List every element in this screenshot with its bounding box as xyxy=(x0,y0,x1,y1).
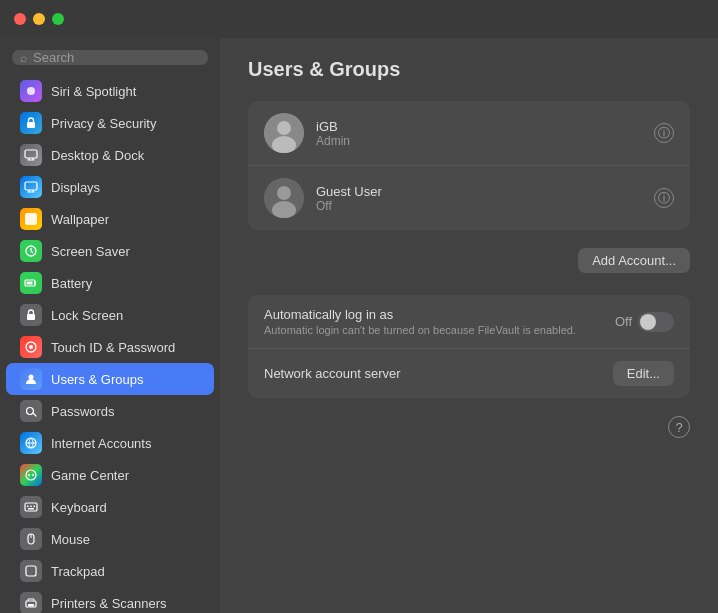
displays-icon xyxy=(20,176,42,198)
fullscreen-button[interactable] xyxy=(52,13,64,25)
info-button-guest[interactable]: ⓘ xyxy=(654,188,674,208)
sidebar-item-trackpad[interactable]: Trackpad xyxy=(6,555,214,587)
siri-icon xyxy=(20,80,42,102)
sidebar-label-internet: Internet Accounts xyxy=(51,436,151,451)
sidebar-item-screensaver[interactable]: Screen Saver xyxy=(6,235,214,267)
auto-login-control: Off xyxy=(615,312,674,332)
sidebar-item-passwords[interactable]: Passwords xyxy=(6,395,214,427)
user-name-igb: iGB xyxy=(316,119,642,134)
svg-rect-4 xyxy=(25,213,37,225)
sidebar-item-displays[interactable]: Displays xyxy=(6,171,214,203)
wallpaper-icon xyxy=(20,208,42,230)
sidebar-label-mouse: Mouse xyxy=(51,532,90,547)
trackpad-icon xyxy=(20,560,42,582)
auto-login-row: Automatically log in as Automatic login … xyxy=(248,295,690,349)
svg-point-14 xyxy=(26,470,36,480)
traffic-lights xyxy=(14,13,64,25)
network-account-label: Network account server xyxy=(264,366,601,381)
sidebar-item-keyboard[interactable]: Keyboard xyxy=(6,491,214,523)
screensaver-icon xyxy=(20,240,42,262)
sidebar-item-mouse[interactable]: Mouse xyxy=(6,523,214,555)
bottom-help: ? xyxy=(248,416,690,438)
sidebar-label-passwords: Passwords xyxy=(51,404,115,419)
privacy-icon xyxy=(20,112,42,134)
sidebar-item-touchid[interactable]: Touch ID & Password xyxy=(6,331,214,363)
sidebar: ⌕ Search Siri & Spotlight Privacy & Secu… xyxy=(0,38,220,613)
lockscreen-icon xyxy=(20,304,42,326)
svg-rect-1 xyxy=(27,122,35,128)
svg-rect-3 xyxy=(25,182,37,190)
svg-point-30 xyxy=(277,186,291,200)
main-layout: ⌕ Search Siri & Spotlight Privacy & Secu… xyxy=(0,38,718,613)
sidebar-item-users[interactable]: Users & Groups xyxy=(6,363,214,395)
svg-rect-20 xyxy=(34,506,36,508)
sidebar-item-siri[interactable]: Siri & Spotlight xyxy=(6,75,214,107)
user-info-guest: Guest User Off xyxy=(316,184,642,213)
svg-rect-7 xyxy=(27,282,33,285)
user-row-guest: Guest User Off ⓘ xyxy=(248,166,690,230)
search-bar[interactable]: ⌕ Search xyxy=(12,50,208,65)
sidebar-item-privacy[interactable]: Privacy & Security xyxy=(6,107,214,139)
users-card: iGB Admin ⓘ Guest User Off xyxy=(248,101,690,230)
svg-rect-8 xyxy=(27,314,35,320)
sidebar-label-desktop: Desktop & Dock xyxy=(51,148,144,163)
users-icon xyxy=(20,368,42,390)
sidebar-item-lockscreen[interactable]: Lock Screen xyxy=(6,299,214,331)
sidebar-item-wallpaper[interactable]: Wallpaper xyxy=(6,203,214,235)
sidebar-label-keyboard: Keyboard xyxy=(51,500,107,515)
svg-rect-25 xyxy=(28,604,34,607)
svg-rect-2 xyxy=(25,150,37,158)
search-input[interactable]: Search xyxy=(33,50,74,65)
sidebar-label-siri: Siri & Spotlight xyxy=(51,84,136,99)
svg-point-0 xyxy=(27,87,35,95)
user-role-igb: Admin xyxy=(316,134,642,148)
battery-icon xyxy=(20,272,42,294)
user-role-guest: Off xyxy=(316,199,642,213)
user-row-igb: iGB Admin ⓘ xyxy=(248,101,690,166)
svg-point-15 xyxy=(28,474,30,476)
add-account-button[interactable]: Add Account... xyxy=(578,248,690,273)
auto-login-toggle-container xyxy=(638,312,674,332)
sidebar-label-privacy: Privacy & Security xyxy=(51,116,156,131)
auto-login-subtitle: Automatic login can't be turned on becau… xyxy=(264,324,603,336)
sidebar-label-printers: Printers & Scanners xyxy=(51,596,167,611)
svg-rect-18 xyxy=(27,506,29,508)
auto-login-title: Automatically log in as xyxy=(264,307,603,322)
touchid-icon xyxy=(20,336,42,358)
mouse-icon xyxy=(20,528,42,550)
gamecenter-icon xyxy=(20,464,42,486)
sidebar-item-internet[interactable]: Internet Accounts xyxy=(6,427,214,459)
network-account-title: Network account server xyxy=(264,366,601,381)
sidebar-item-battery[interactable]: Battery xyxy=(6,267,214,299)
help-button[interactable]: ? xyxy=(668,416,690,438)
svg-point-12 xyxy=(27,408,34,415)
svg-point-11 xyxy=(29,375,34,380)
desktop-icon xyxy=(20,144,42,166)
info-button-igb[interactable]: ⓘ xyxy=(654,123,674,143)
settings-section: Automatically log in as Automatic login … xyxy=(248,295,690,398)
network-edit-button[interactable]: Edit... xyxy=(613,361,674,386)
sidebar-item-desktop[interactable]: Desktop & Dock xyxy=(6,139,214,171)
title-bar xyxy=(0,0,718,38)
svg-rect-19 xyxy=(30,506,32,508)
close-button[interactable] xyxy=(14,13,26,25)
sidebar-label-displays: Displays xyxy=(51,180,100,195)
sidebar-label-screensaver: Screen Saver xyxy=(51,244,130,259)
avatar-igb xyxy=(264,113,304,153)
minimize-button[interactable] xyxy=(33,13,45,25)
svg-point-16 xyxy=(32,474,34,476)
sidebar-label-battery: Battery xyxy=(51,276,92,291)
sidebar-label-lockscreen: Lock Screen xyxy=(51,308,123,323)
auto-login-label: Automatically log in as Automatic login … xyxy=(264,307,603,336)
auto-login-toggle[interactable] xyxy=(638,312,674,332)
search-icon: ⌕ xyxy=(20,51,27,65)
svg-rect-21 xyxy=(28,508,34,510)
sidebar-item-printers[interactable]: Printers & Scanners xyxy=(6,587,214,613)
sidebar-label-trackpad: Trackpad xyxy=(51,564,105,579)
sidebar-label-users: Users & Groups xyxy=(51,372,143,387)
content-area: Users & Groups iGB Admin ⓘ xyxy=(220,38,718,613)
svg-point-27 xyxy=(277,121,291,135)
svg-point-10 xyxy=(29,345,33,349)
page-title: Users & Groups xyxy=(248,58,690,81)
sidebar-item-gamecenter[interactable]: Game Center xyxy=(6,459,214,491)
